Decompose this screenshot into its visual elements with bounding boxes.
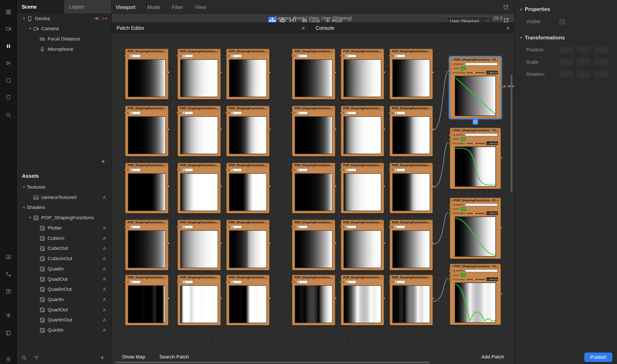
output-port[interactable]	[219, 185, 222, 188]
output-port[interactable]	[219, 242, 222, 245]
patch-node-quartinout[interactable]: POP_ShapingFunctions - QuartInOut t 0	[226, 106, 270, 156]
input-port[interactable]	[124, 169, 126, 171]
canvas-horizontal-scrollbar[interactable]	[115, 362, 430, 363]
gradient-port[interactable]	[449, 204, 451, 207]
patch-node-bounceout[interactable]: POP_ShapingFunctions - BounceOut t 0	[341, 275, 384, 325]
color-swatch[interactable]	[461, 137, 466, 141]
t-input-value[interactable]: 0	[130, 168, 141, 172]
input-port[interactable]	[225, 226, 228, 228]
patch-node-quintin[interactable]: POP_ShapingFunctions - QuintIn t 0	[292, 106, 335, 156]
output-port[interactable]	[219, 71, 222, 73]
gradient-input[interactable]	[465, 203, 498, 206]
insert-target-pink-icon[interactable]	[102, 16, 107, 21]
thickness-slider[interactable]	[466, 213, 485, 214]
thickness-slider[interactable]	[466, 143, 485, 144]
particles-button[interactable]	[0, 311, 16, 320]
transform-value-field[interactable]: -	[560, 71, 573, 77]
assets-tree-item-quartin[interactable]: QuartInA	[16, 294, 111, 305]
input-port[interactable]	[291, 281, 293, 283]
t-input-value[interactable]: 0	[130, 280, 141, 284]
patch-node-quadout[interactable]: POP_ShapingFunctions - QuadOut t 0	[341, 49, 384, 100]
input-port[interactable]	[291, 169, 293, 171]
scene-tree-item-focal-distance[interactable]: Focal Distance	[16, 34, 111, 44]
disclosure-caret[interactable]: ▾	[21, 206, 27, 209]
tab-layers[interactable]: Layers	[64, 0, 111, 13]
scene-tree-item-camera[interactable]: ▾Camera	[16, 24, 111, 34]
t-input-value[interactable]: 0	[182, 280, 193, 284]
publish-button[interactable]: Publish	[584, 352, 612, 362]
patch-canvas[interactable]: return POP_ShapingFunctions - CubicIn t …	[112, 33, 514, 350]
output-port[interactable]	[167, 71, 169, 73]
input-port[interactable]	[291, 112, 293, 114]
assets-tree-item-textures[interactable]: ▾Textures	[16, 182, 111, 192]
t-input-value[interactable]: 0	[182, 168, 193, 172]
patch-node-circout[interactable]: POP_ShapingFunctions - CircOut t 0	[178, 220, 221, 271]
plotter-node-1[interactable]: ▾POP_ShapingFunctions - Plotter gradient…	[450, 57, 501, 118]
transform-value-field[interactable]: -	[577, 58, 591, 65]
show-map-button[interactable]: Show Map	[122, 354, 145, 360]
t-input-value[interactable]: 0	[231, 111, 242, 115]
color-port[interactable]	[449, 68, 451, 70]
transform-value-field[interactable]: -	[594, 71, 608, 77]
scale-tool-button[interactable]	[289, 17, 297, 23]
color-swatch[interactable]	[461, 207, 466, 210]
canvas-vertical-scrollbar[interactable]	[511, 75, 512, 193]
input-port[interactable]	[124, 112, 126, 114]
t-input-value[interactable]: 0	[297, 168, 308, 172]
tab-scene[interactable]: Scene	[16, 0, 64, 13]
console-header[interactable]: Console ×	[311, 23, 514, 33]
assets-tree-item-quadout[interactable]: QuadOutA	[16, 274, 111, 284]
patch-node-sineinout[interactable]: POP_ShapingFunctions - SineInOut t 0	[390, 220, 433, 271]
t-input-value[interactable]: 0	[394, 280, 405, 284]
assets-tree-item-quadinout[interactable]: QuadInOutA	[16, 284, 111, 294]
patch-editor-close-icon[interactable]: ×	[302, 25, 305, 31]
output-port[interactable]	[268, 185, 271, 188]
library-button[interactable]	[0, 328, 16, 338]
scene-tree-item-device[interactable]: ▾Device	[16, 13, 111, 24]
settings-button[interactable]	[0, 354, 16, 364]
input-port[interactable]	[225, 55, 228, 57]
color-swatch[interactable]	[461, 66, 466, 70]
gradient-input[interactable]	[465, 62, 498, 65]
thickness-slider[interactable]	[466, 72, 485, 73]
assets-tree-item-pop-shapingfunctions[interactable]: ▾POP_ShapingFunctions	[16, 213, 111, 223]
filter-icon[interactable]	[33, 355, 40, 361]
output-port[interactable]	[334, 242, 336, 245]
assets-tree-item-quintin[interactable]: QuintInA	[16, 325, 111, 335]
patch-node-backout[interactable]: POP_ShapingFunctions - BackOut t 0	[178, 163, 221, 213]
input-port[interactable]	[124, 281, 126, 283]
patch-node-cubicin[interactable]: POP_ShapingFunctions - CubicIn t 0	[125, 49, 168, 100]
thickness-slider[interactable]	[466, 279, 485, 280]
output-port[interactable]	[167, 297, 169, 299]
input-port[interactable]	[291, 226, 293, 228]
input-port[interactable]	[340, 55, 342, 57]
input-port[interactable]	[225, 112, 228, 114]
plotter-node-2[interactable]: ▾POP_ShapingFunctions - Plotter gradient…	[450, 128, 501, 189]
thickness-port[interactable]	[449, 213, 451, 215]
gradient-port[interactable]	[449, 134, 451, 136]
patch-node-elasticinout[interactable]: POP_ShapingFunctions - ElasticInOut t 0	[226, 275, 270, 325]
panels-button[interactable]	[0, 41, 16, 51]
output-port[interactable]	[268, 71, 271, 73]
thickness-port[interactable]	[449, 143, 451, 145]
patch-editor-header[interactable]: Patch Editor ×	[112, 23, 310, 33]
input-port[interactable]	[177, 55, 179, 57]
output-port[interactable]	[219, 297, 222, 299]
input-port[interactable]	[340, 112, 342, 114]
user-view-dropdown[interactable]: User (Sharing)	[447, 16, 493, 23]
menu-viewport[interactable]: Viewport	[116, 4, 136, 10]
input-port[interactable]	[389, 169, 391, 171]
patch-node-quartin[interactable]: POP_ShapingFunctions - QuartIn t 0	[125, 106, 168, 156]
output-port[interactable]	[268, 128, 271, 130]
t-input-value[interactable]: 0	[297, 111, 308, 115]
gradient-input[interactable]	[465, 269, 498, 272]
branch-export-button[interactable]	[0, 269, 16, 279]
visible-checkbox[interactable]	[560, 19, 565, 24]
patch-node-expoin[interactable]: POP_ShapingFunctions - ExpoIn t 0	[292, 163, 335, 213]
pop-out-icon[interactable]	[503, 4, 509, 10]
input-port[interactable]	[340, 226, 342, 228]
output-port[interactable]	[383, 71, 385, 73]
t-input-value[interactable]: 0	[297, 280, 308, 284]
output-port[interactable]	[167, 185, 169, 188]
play-skip-button[interactable]	[0, 58, 16, 68]
